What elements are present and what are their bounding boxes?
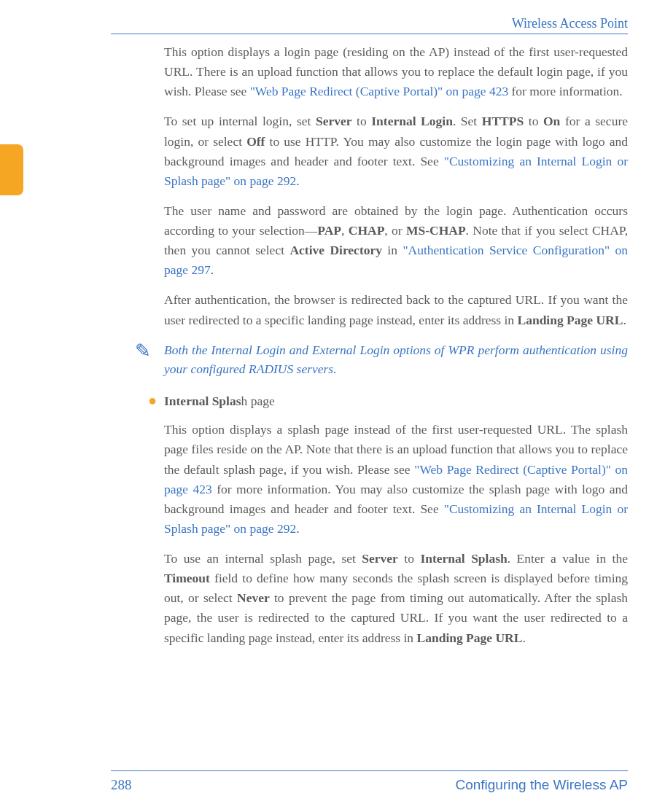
page-number: 288 [111, 777, 132, 793]
text: To set up internal login, set [164, 114, 316, 128]
text: , or [384, 223, 406, 238]
bullet-label: Internal Splash page [164, 391, 628, 411]
text: . [522, 631, 525, 645]
term: Server [316, 114, 352, 128]
term: Timeout [164, 571, 210, 585]
text: to [398, 551, 421, 566]
section-tab [0, 144, 23, 195]
note-icon: ✎ [135, 340, 164, 361]
text: . [211, 262, 214, 277]
term: HTTPS [482, 114, 524, 128]
note-block: ✎ Both the Internal Login and External L… [135, 340, 628, 379]
term: Active Directory [289, 243, 382, 257]
text: . Set [453, 114, 482, 128]
text: to [524, 114, 543, 128]
bullet-item: ● Internal Splash page [148, 391, 628, 411]
text: for more information. [508, 84, 622, 98]
section-title: Configuring the Wireless AP [455, 777, 628, 793]
paragraph: After authentication, the browser is red… [164, 290, 628, 329]
term: MS-CHAP [406, 223, 466, 238]
term: Landing Page URL [417, 631, 523, 645]
paragraph: The user name and password are obtained … [164, 201, 628, 281]
text: . [296, 173, 299, 188]
term: On [543, 114, 560, 128]
term: Server [362, 551, 398, 566]
term: Internal Splas [164, 394, 241, 408]
bullet-icon: ● [148, 391, 164, 409]
term: Internal Login [371, 114, 453, 128]
note-text: Both the Internal Login and External Log… [164, 340, 628, 379]
paragraph: To set up internal login, set Server to … [164, 112, 628, 191]
term: PAP [317, 223, 341, 238]
text: . Enter a value in the [508, 551, 628, 566]
text: to [351, 114, 371, 128]
footer-rule [111, 770, 628, 771]
term: Never [237, 590, 270, 605]
page: Wireless Access Point This option displa… [0, 0, 657, 812]
text: h page [241, 394, 275, 408]
text: , [341, 223, 349, 238]
paragraph: This option displays a login page (resid… [164, 42, 628, 101]
text: in [382, 243, 403, 257]
cross-ref-link[interactable]: "Web Page Redirect (Captive Portal)" on … [250, 84, 509, 98]
term: Off [246, 134, 265, 149]
body-content: This option displays a login page (resid… [164, 42, 628, 746]
header-rule [111, 34, 628, 34]
paragraph: To use an internal splash page, set Serv… [164, 549, 628, 648]
term: Landing Page URL [517, 313, 623, 327]
paragraph: This option displays a splash page inste… [164, 420, 628, 539]
running-header: Wireless Access Point [512, 16, 628, 31]
term: Internal Splash [420, 551, 507, 566]
text: . [623, 313, 626, 327]
text: . [296, 521, 299, 536]
term: CHAP [349, 223, 385, 238]
text: To use an internal splash page, set [164, 551, 362, 566]
